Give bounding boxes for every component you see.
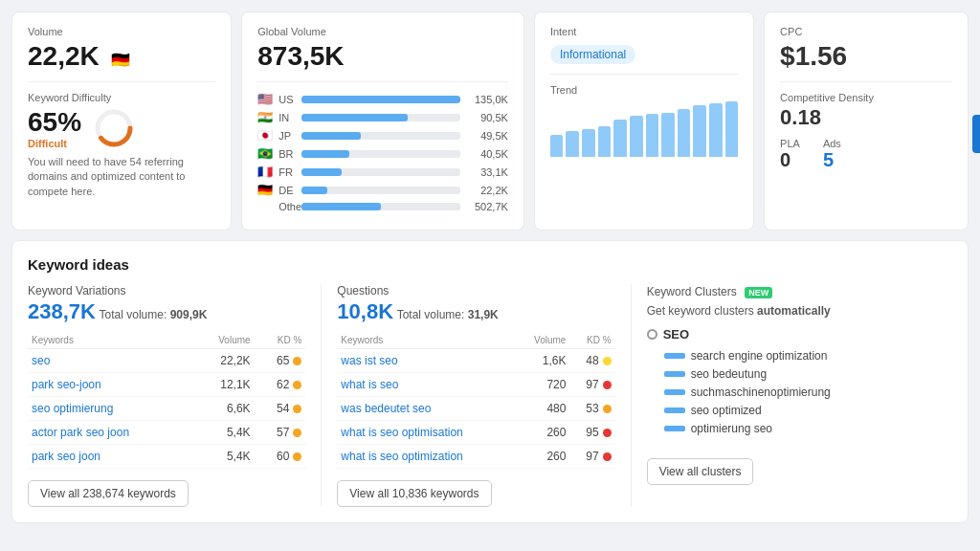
cluster-sub-label: optimierung seo (691, 422, 772, 435)
country-code: BR (278, 148, 296, 160)
trend-bar (598, 126, 612, 157)
country-code: US (278, 94, 296, 105)
bar-track (301, 132, 460, 140)
cluster-main-label: SEO (663, 327, 689, 342)
kd-cell: 48 (569, 349, 614, 373)
bar-fill (301, 96, 460, 103)
bar-fill (301, 168, 341, 176)
questions-view-btn[interactable]: View all 10,836 keywords (337, 480, 491, 507)
table-row: what is seo 720 97 (337, 373, 614, 397)
volume-flag: 🇩🇪 (111, 52, 130, 68)
clusters-view-btn[interactable]: View all clusters (647, 458, 754, 485)
keyword-link[interactable]: was bedeutet seo (341, 402, 431, 415)
bar-track (301, 168, 460, 176)
country-volume: 49,5K (466, 130, 508, 142)
country-row: Other 502,7K (257, 201, 508, 212)
questions-total-label: Total volume: 31,9K (397, 308, 499, 321)
global-volume-card: Global Volume 873,5K 🇺🇸 US 135,0K 🇮🇳 IN … (241, 11, 524, 231)
ads-label: Ads (823, 138, 841, 149)
comp-density-value: 0.18 (780, 105, 952, 130)
country-code: Other (278, 201, 296, 212)
side-accent (972, 115, 980, 153)
bar-track (301, 187, 460, 194)
trend-chart (550, 99, 738, 157)
intent-card: Intent Informational Trend (534, 11, 754, 231)
table-row: park seo-joon 12,1K 62 (28, 373, 305, 397)
cpc-label: CPC (780, 26, 952, 37)
table-row: was ist seo 1,6K 48 (337, 349, 614, 373)
kd-cell: 65 (255, 349, 306, 373)
keyword-link[interactable]: was ist seo (341, 354, 397, 367)
questions-column: Questions 10,8K Total volume: 31,9K Keyw… (337, 284, 631, 507)
kd-donut (93, 107, 135, 149)
volume-cell: 6,6K (192, 397, 255, 421)
kd-dot-icon (293, 429, 301, 437)
kd-dot-icon (603, 405, 612, 413)
keyword-link[interactable]: park seo-joon (32, 378, 101, 391)
cluster-bar-icon (664, 389, 685, 395)
clusters-title-row: Keyword Clusters NEW (647, 284, 952, 298)
trend-bar (550, 135, 564, 157)
keyword-link[interactable]: seo optimierung (32, 402, 113, 415)
kd-value: 65% (28, 107, 81, 138)
kd-description: You will need to have 54 referring domai… (28, 155, 215, 199)
kd-cell: 53 (569, 397, 614, 421)
questions-col-keyword: Keywords (337, 332, 515, 349)
kd-difficulty: Difficult (28, 138, 81, 149)
table-row: seo 22,2K 65 (28, 349, 305, 373)
kd-dot-icon (293, 452, 301, 461)
cpc-card: CPC $1.56 Competitive Density 0.18 PLA 0… (764, 11, 969, 231)
country-row: 🇺🇸 US 135,0K (257, 92, 508, 106)
volume-cell: 720 (516, 373, 570, 397)
volume-value: 22,2K 🇩🇪 (28, 41, 215, 72)
kd-dot-icon (603, 357, 612, 365)
country-flag: 🇯🇵 (257, 128, 273, 143)
country-code: JP (278, 130, 296, 142)
cluster-sub-label: search engine optimization (691, 349, 828, 363)
questions-col-kd: KD % (569, 332, 614, 349)
country-flag: 🇩🇪 (257, 183, 273, 197)
cluster-main-keyword: SEO (647, 327, 952, 342)
list-item: search engine optimization (664, 349, 952, 363)
trend-bar (630, 116, 643, 157)
variations-count-row: 238,7K Total volume: 909,9K (28, 299, 305, 324)
variations-col-volume: Volume (192, 332, 255, 349)
kd-cell: 57 (255, 421, 306, 445)
trend-bar (725, 101, 739, 157)
trend-bar (613, 120, 627, 157)
country-volume: 40,5K (466, 148, 508, 160)
volume-label: Volume (28, 26, 215, 37)
bar-fill (301, 187, 327, 194)
kd-dot-icon (293, 405, 301, 413)
keyword-link[interactable]: what is seo (341, 378, 398, 391)
kd-cell: 60 (255, 445, 306, 469)
cluster-radio-icon (647, 329, 657, 340)
cluster-bar-icon (664, 408, 685, 413)
country-flag: 🇫🇷 (257, 165, 273, 179)
country-code: FR (278, 166, 296, 178)
variations-view-btn[interactable]: View all 238,674 keywords (28, 480, 189, 507)
keyword-link[interactable]: actor park seo joon (32, 426, 129, 439)
kd-dot-icon (293, 381, 301, 389)
bar-track (301, 203, 460, 210)
trend-bar (661, 113, 675, 157)
variations-count: 238,7K (28, 299, 96, 323)
list-item: suchmaschinenoptimierung (664, 386, 952, 399)
volume-cell: 260 (516, 421, 570, 445)
variations-column: Keyword Variations 238,7K Total volume: … (28, 284, 322, 507)
keyword-link[interactable]: park seo joon (32, 450, 100, 463)
keyword-link[interactable]: what is seo optimisation (341, 426, 462, 439)
clusters-title: Keyword Clusters (647, 285, 737, 298)
country-volume: 22,2K (466, 185, 508, 196)
kd-cell: 95 (569, 421, 614, 445)
global-volume-label: Global Volume (257, 26, 508, 37)
keyword-link[interactable]: seo (32, 354, 50, 367)
questions-count-row: 10,8K Total volume: 31,9K (337, 299, 614, 324)
bar-track (301, 114, 460, 121)
keyword-link[interactable]: what is seo optimization (341, 450, 462, 463)
trend-label: Trend (550, 84, 738, 96)
volume-cell: 5,4K (192, 421, 255, 445)
bar-fill (301, 132, 360, 140)
intent-label: Intent (550, 26, 738, 37)
questions-col-volume: Volume (516, 332, 570, 349)
